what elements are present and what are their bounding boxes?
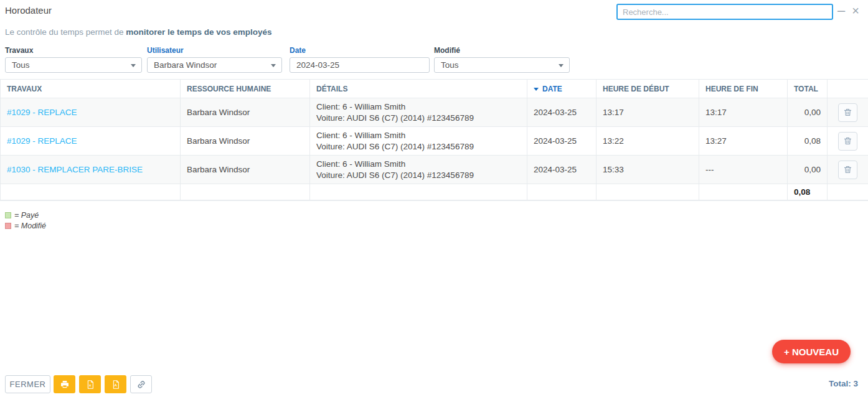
table-row: #1029 - REPLACE Barbara Windsor Client: …	[1, 98, 868, 127]
sort-desc-icon	[534, 88, 539, 91]
page-subtitle: Le contrôle du temps permet de monitorer…	[5, 27, 271, 37]
chevron-down-icon	[559, 64, 564, 67]
utilisateur-select[interactable]: Barbara Windsor	[147, 57, 282, 73]
total-cell: 0,08	[788, 127, 828, 156]
subtitle-bold: monitorer le temps de vos employés	[126, 27, 271, 37]
details-client: Client: 6 - William Smith	[316, 101, 521, 113]
column-header-heure-fin[interactable]: HEURE DE FIN	[699, 80, 788, 98]
column-header-ressource-humaine[interactable]: RESSOURCE HUMAINE	[181, 80, 310, 98]
filter-date: Date	[290, 46, 430, 73]
heure-debut-cell: 15:33	[597, 156, 699, 184]
column-header-date-label: DATE	[542, 85, 562, 93]
copy-link-button[interactable]	[130, 375, 152, 393]
chevron-down-icon	[131, 64, 136, 67]
delete-row-button[interactable]	[838, 132, 857, 151]
search-input[interactable]	[616, 4, 833, 20]
modifie-swatch-icon	[5, 223, 11, 229]
modifie-select-value: Tous	[441, 60, 459, 70]
details-voiture: Voiture: AUDI S6 (C7) (2014) #123456789	[316, 170, 521, 181]
travaux-select-value: Tous	[12, 60, 30, 70]
table-row: #1030 - REMPLACER PARE-BRISE Barbara Win…	[1, 156, 868, 184]
legend-modifie-label: = Modifié	[14, 222, 46, 230]
export-excel-button[interactable]: x	[79, 375, 101, 393]
legend: = Payé = Modifié	[5, 210, 46, 231]
travaux-select[interactable]: Tous	[5, 57, 142, 73]
chevron-down-icon	[271, 64, 276, 67]
filter-modifie-label: Modifié	[434, 46, 570, 55]
column-header-heure-debut[interactable]: HEURE DE DÉBUT	[597, 80, 699, 98]
details-voiture: Voiture: AUDI S6 (C7) (2014) #123456789	[316, 113, 521, 124]
filter-utilisateur: Utilisateur Barbara Windsor	[147, 46, 282, 73]
date-input[interactable]	[290, 57, 430, 73]
details-voiture: Voiture: AUDI S6 (C7) (2014) #123456789	[316, 141, 521, 152]
print-icon	[60, 380, 70, 390]
heure-debut-cell: 13:22	[597, 127, 699, 156]
table-total-row: 0,08	[1, 184, 868, 200]
export-pdf-button[interactable]: A	[105, 375, 126, 393]
job-link[interactable]: #1030 - REMPLACER PARE-BRISE	[7, 165, 143, 174]
heure-debut-cell: 13:17	[597, 98, 699, 127]
job-link[interactable]: #1029 - REPLACE	[7, 136, 77, 146]
export-excel-icon: x	[85, 380, 95, 390]
heure-fin-cell: 13:17	[699, 98, 788, 127]
timesheet-table: TRAVAUX RESSOURCE HUMAINE DÉTAILS DATE H…	[0, 79, 868, 201]
ressource-cell: Barbara Windsor	[181, 127, 310, 156]
paye-swatch-icon	[5, 212, 11, 218]
details-client: Client: 6 - William Smith	[316, 159, 521, 170]
heure-fin-cell: ---	[699, 156, 788, 184]
details-cell: Client: 6 - William Smith Voiture: AUDI …	[310, 156, 527, 184]
export-pdf-icon: A	[111, 380, 121, 390]
filter-travaux-label: Travaux	[5, 46, 142, 55]
job-link[interactable]: #1029 - REPLACE	[7, 108, 77, 117]
filter-travaux: Travaux Tous	[5, 46, 142, 73]
column-header-date[interactable]: DATE	[527, 80, 597, 98]
print-button[interactable]	[54, 375, 75, 393]
column-header-actions	[828, 80, 868, 98]
trash-icon	[843, 108, 852, 117]
subtitle-normal: Le contrôle du temps permet de	[5, 27, 126, 37]
column-header-travaux[interactable]: TRAVAUX	[1, 80, 181, 98]
fermer-button[interactable]: FERMER	[5, 375, 50, 393]
copy-link-icon	[136, 380, 146, 390]
heure-fin-cell: 13:27	[699, 127, 788, 156]
filter-date-label: Date	[290, 46, 430, 55]
ressource-cell: Barbara Windsor	[181, 156, 310, 184]
grand-total-value: 0,08	[788, 184, 828, 200]
table-header-row: TRAVAUX RESSOURCE HUMAINE DÉTAILS DATE H…	[1, 80, 868, 98]
date-cell: 2024-03-25	[527, 156, 597, 184]
trash-icon	[843, 136, 852, 146]
details-cell: Client: 6 - William Smith Voiture: AUDI …	[310, 127, 527, 156]
svg-text:A: A	[114, 383, 117, 387]
table-row: #1029 - REPLACE Barbara Windsor Client: …	[1, 127, 868, 156]
legend-item-modifie: = Modifié	[5, 221, 46, 231]
legend-paye-label: = Payé	[14, 211, 39, 220]
modifie-select[interactable]: Tous	[434, 57, 570, 73]
trash-icon	[843, 165, 852, 174]
minimize-icon[interactable]: –	[834, 2, 848, 19]
filter-modifie: Modifié Tous	[434, 46, 570, 73]
total-cell: 0,00	[788, 156, 828, 184]
page-title: Horodateur	[5, 5, 52, 16]
svg-text:x: x	[88, 383, 91, 387]
utilisateur-select-value: Barbara Windsor	[154, 60, 217, 70]
close-icon[interactable]: ×	[849, 2, 862, 19]
total-cell: 0,00	[788, 98, 828, 127]
delete-row-button[interactable]	[838, 161, 857, 179]
filter-utilisateur-label: Utilisateur	[147, 46, 282, 55]
date-cell: 2024-03-25	[527, 98, 597, 127]
ressource-cell: Barbara Windsor	[181, 98, 310, 127]
delete-row-button[interactable]	[838, 103, 857, 122]
details-cell: Client: 6 - William Smith Voiture: AUDI …	[310, 98, 527, 127]
column-header-total[interactable]: TOTAL	[788, 80, 828, 98]
legend-item-paye: = Payé	[5, 210, 46, 220]
date-cell: 2024-03-25	[527, 127, 597, 156]
column-header-details[interactable]: DÉTAILS	[310, 80, 527, 98]
details-client: Client: 6 - William Smith	[316, 130, 521, 141]
footer-total-count: Total: 3	[829, 379, 858, 388]
nouveau-button[interactable]: + NOUVEAU	[772, 340, 851, 363]
